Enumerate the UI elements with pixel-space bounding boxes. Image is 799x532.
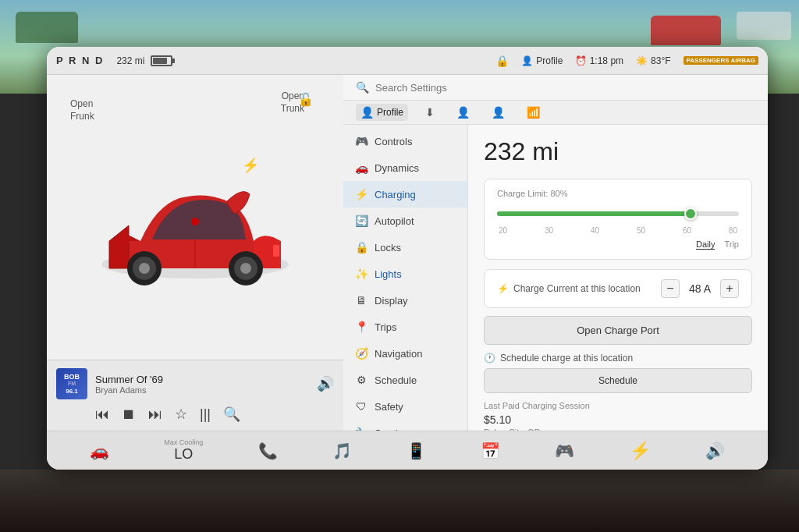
charge-limit-slider[interactable] [497,204,739,223]
calendar-icon: 📅 [481,442,500,460]
charge-limit-section: Charge Limit: 80% 20 30 40 50 [484,179,752,260]
lock-status-icon: 🔒 [495,55,509,67]
trips-menu-icon: 📍 [354,321,368,333]
svg-point-5 [139,263,150,274]
last-session-location: Baker City, OR [484,426,752,431]
music-info: BOB FM 96.1 Summer Of '69 Bryan Adams 🔊 [56,368,334,399]
menu-item-autopilot[interactable]: 🔄 Autopilot [343,207,467,234]
menu-item-locks[interactable]: 🔒 Locks [343,234,467,261]
car-visualization: OpenFrunk OpenTrunk 🔓 ⚡ [47,75,343,360]
content-area: 🎮 Controls 🚗 Dynamics ⚡ Charging 🔄 Autop… [343,125,768,431]
schedule-button[interactable]: Schedule [484,368,752,393]
status-bar: P R N D 232 mi 🔒 👤 Profile ⏰ 1:18 pm ☀️ … [47,47,768,75]
car-svg [86,147,304,303]
volume-taskbar-icon: 🔊 [705,442,725,460]
menu-item-schedule[interactable]: ⚙ Schedule [343,367,467,393]
menu-item-safety[interactable]: 🛡 Safety [343,393,467,420]
slider-fill [497,211,691,216]
calendar-taskbar-button[interactable]: 📅 [481,442,500,460]
media-icon: 🎵 [332,442,352,460]
apps-taskbar-button[interactable]: 📱 [407,442,426,460]
volume-icon[interactable]: 🔊 [317,375,334,392]
prnd-display: P R N D [56,55,104,66]
navigation-menu-icon: 🧭 [354,347,368,360]
download-tab-icon: ⬇ [425,106,435,119]
driver-profile-taskbar-button[interactable]: 🎮 [555,442,574,460]
media-taskbar-button[interactable]: 🎵 [332,442,352,460]
open-charge-port-button[interactable]: Open Charge Port [484,316,752,345]
right-panel: 🔍 👤 Profile ⬇ 👤 👤 📶 [343,75,768,431]
ac-mode-label: Max Cooling [164,438,203,446]
trip-tab[interactable]: Trip [724,239,739,250]
climate-control[interactable]: Max Cooling LO [164,438,203,463]
volume-taskbar-button[interactable]: 🔊 [705,442,725,460]
equalizer-button[interactable]: ||| [200,406,211,423]
lights-menu-icon: ✨ [354,268,368,280]
tab-profile[interactable]: 👤 Profile [356,104,408,121]
charging-menu-icon: ⚡ [354,188,368,200]
search-icon: 🔍 [356,81,369,94]
charging-panel: 232 mi Charge Limit: 80% 20 30 [468,125,768,431]
decrease-amperage-button[interactable]: − [661,279,680,298]
favorite-button[interactable]: ☆ [175,406,187,423]
tab-person2[interactable]: 👤 [452,104,474,121]
menu-item-dynamics[interactable]: 🚗 Dynamics [343,154,467,181]
track-artist: Bryan Adams [95,385,309,395]
last-session-amount: $5.10 [484,413,752,426]
tab-download[interactable]: ⬇ [421,104,439,121]
service-menu-icon: 🔧 [354,427,368,431]
radio-logo: BOB FM 96.1 [56,368,87,399]
amperage-value: 48 A [689,282,711,295]
taskbar: 🚗 Max Cooling LO 📞 🎵 📱 📅 🎮 ⚡ 🔊 [47,431,768,470]
stop-button[interactable]: ⏹ [122,406,136,423]
slider-track [497,211,739,216]
schedule-clock-icon: 🕐 [484,353,495,364]
profile-tab-icon: 👤 [360,106,374,119]
car-lock-icon: 🔓 [298,92,314,107]
search-bar: 🔍 [343,75,768,101]
current-range: 232 mi [484,137,752,166]
daily-tab[interactable]: Daily [696,239,715,250]
menu-item-charging[interactable]: ⚡ Charging [343,181,467,207]
schedule-header: 🕐 Schedule charge at this location [484,353,752,364]
weather-display: ☀️ 83°F [636,55,670,66]
status-center: 🔒 👤 Profile ⏰ 1:18 pm ☀️ 83°F PASSENGERS… [495,55,758,67]
search-input[interactable] [375,82,755,94]
schedule-section: 🕐 Schedule charge at this location Sched… [484,353,752,393]
menu-item-controls[interactable]: 🎮 Controls [343,128,467,154]
menu-item-service[interactable]: 🔧 Service [343,420,467,431]
tab-person3[interactable]: 👤 [487,104,510,121]
track-title: Summer Of '69 [95,374,309,385]
apps-icon: 📱 [407,442,426,460]
car-taskbar-button[interactable]: 🚗 [90,442,109,460]
phone-taskbar-button[interactable]: 📞 [258,442,278,460]
driver-icon: 🎮 [555,442,574,460]
autopilot-menu-icon: 🔄 [354,215,368,227]
main-layout: OpenFrunk OpenTrunk 🔓 ⚡ [47,75,768,431]
prev-track-button[interactable]: ⏮ [95,406,109,423]
display-menu-icon: 🖥 [354,294,368,307]
tesla-taskbar-button[interactable]: ⚡ [630,441,651,461]
music-controls: ⏮ ⏹ ⏭ ☆ ||| 🔍 [56,406,334,423]
menu-item-navigation[interactable]: 🧭 Navigation [343,340,467,367]
person3-tab-icon: 👤 [492,106,505,119]
daily-trip-tabs: Daily Trip [497,239,739,250]
profile-status[interactable]: 👤 Profile [521,55,563,66]
menu-item-lights[interactable]: ✨ Lights [343,261,467,287]
last-session-title: Last Paid Charging Session [484,401,752,410]
slider-thumb[interactable] [684,207,697,220]
charge-bolt-icon: ⚡ [497,283,509,294]
search-music-button[interactable]: 🔍 [223,406,240,423]
increase-amperage-button[interactable]: + [720,279,739,298]
car-taskbar-icon: 🚗 [90,442,109,460]
next-track-button[interactable]: ⏭ [148,406,162,423]
menu-item-trips[interactable]: 📍 Trips [343,314,467,340]
phone-icon: 📞 [258,442,278,460]
menu-item-display[interactable]: 🖥 Display [343,287,467,314]
locks-menu-icon: 🔒 [354,241,368,254]
battery-icon [151,55,172,66]
amperage-control: − 48 A + [661,279,739,298]
tab-signal[interactable]: 📶 [522,104,545,121]
range-display: 232 mi [116,55,172,66]
svg-point-8 [240,263,251,274]
